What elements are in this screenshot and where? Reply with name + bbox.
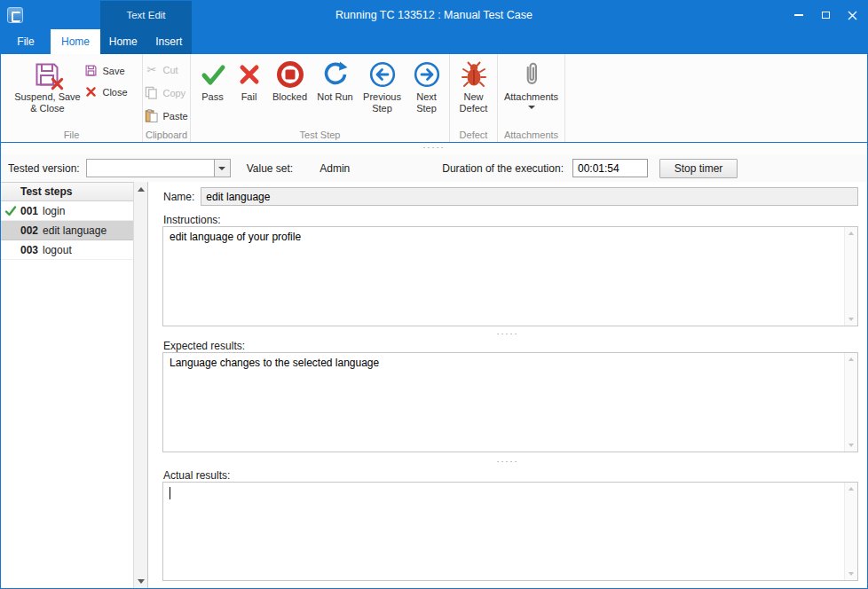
paperclip-icon [517,60,546,89]
test-steps-list: Test steps 001 login 002 edit language 0… [1,182,133,588]
minimize-icon [794,14,803,16]
test-step-row[interactable]: 003 logout [1,240,133,260]
paste-button[interactable]: Paste [142,108,190,123]
name-input[interactable] [201,187,858,206]
stop-timer-button[interactable]: Stop timer [659,159,738,178]
instructions-label: Instructions: [163,214,221,226]
actual-scrollbar[interactable] [844,483,857,580]
actual-results-textarea[interactable] [163,483,844,580]
next-step-button[interactable]: Next Step [409,57,445,128]
save-label: Save [102,66,124,76]
group-label-test-step: Test Step [191,130,449,140]
group-label-clipboard: Clipboard [143,130,190,140]
next-step-icon [413,60,441,89]
duration-input[interactable] [572,159,648,177]
paste-icon [145,109,158,122]
copy-label: Copy [162,88,185,98]
scroll-down-button[interactable] [134,574,147,588]
tested-version-input[interactable] [87,160,214,177]
ribbon-tab-row: File Home Home Insert [1,29,867,54]
blocked-stop-icon [276,60,304,89]
minimize-button[interactable] [785,1,812,29]
previous-step-icon [368,60,397,89]
save-suspend-icon [33,60,61,89]
scroll-up-button[interactable] [134,182,147,196]
ribbon-group-clipboard: ✂ Cut Copy [143,54,191,142]
not-run-button[interactable]: Not Run [315,57,356,128]
step-label: edit language [43,224,107,237]
expected-results-textarea[interactable]: Language changes to the selected languag… [163,353,844,452]
cut-button: ✂ Cut [142,62,190,77]
expected-scrollbar[interactable] [844,353,857,452]
previous-step-label: Previous Step [360,91,405,114]
red-x-badge-icon [51,77,64,90]
blocked-label: Blocked [272,91,307,103]
close-ribbon-button[interactable]: Close [82,84,130,99]
test-steps-header: Test steps [1,182,133,201]
fail-button[interactable]: Fail [233,57,265,128]
tested-version-dropdown-button[interactable] [214,160,230,177]
previous-step-button[interactable]: Previous Step [359,57,406,128]
scroll-down-icon[interactable] [845,313,857,326]
tab-ctx-insert[interactable]: Insert [146,29,193,54]
next-step-label: Next Step [410,91,444,114]
test-step-row[interactable]: 001 login [1,201,133,221]
maximize-button[interactable] [812,1,839,29]
window-controls [785,1,865,29]
scroll-down-icon[interactable] [845,439,857,452]
ribbon-group-file: Suspend, Save & Close Save [1,54,143,142]
close-button[interactable] [839,1,865,29]
passed-check-icon [4,205,17,217]
scroll-up-icon[interactable] [845,353,857,365]
sidebar-scrollbar[interactable] [133,182,147,588]
tab-ctx-home[interactable]: Home [100,29,146,54]
step-editor: Name: Instructions: edit language of you… [148,182,867,588]
ribbon: Suspend, Save & Close Save [1,54,867,143]
attachments-label: Attachments [504,91,558,103]
tab-file[interactable]: File [1,29,51,54]
actual-results-label: Actual results: [163,469,230,482]
actual-results-box [162,482,858,581]
fail-x-icon [235,60,264,89]
scroll-up-icon[interactable] [845,483,857,495]
instructions-textarea[interactable]: edit language of your profile [163,227,844,326]
duration-label: Duration of the execution: [442,162,564,175]
attachments-button[interactable]: Attachments [501,57,562,128]
suspend-save-close-button[interactable]: Suspend, Save & Close [12,57,82,128]
app-window: Running TC 133512 : Manual Test Case Tex… [0,0,868,589]
name-label: Name: [163,191,194,203]
splitter-handle[interactable]: ····· [148,329,867,338]
scroll-down-icon[interactable] [845,568,857,580]
pass-button[interactable]: Pass [196,57,230,128]
copy-button: Copy [142,85,190,100]
test-step-row-selected[interactable]: 002 edit language [1,221,133,240]
instructions-scrollbar[interactable] [844,227,857,326]
ribbon-group-attachments: Attachments Attachments [498,54,565,142]
ribbon-group-defect: New Defect Defect [450,54,498,142]
expected-results-label: Expected results: [163,340,245,352]
cut-label: Cut [162,65,178,75]
pass-label: Pass [201,91,223,103]
attachments-dropdown-icon[interactable] [528,106,535,109]
ribbon-resize-handle[interactable]: ····· [1,143,867,154]
contextual-tab-group-header: Text Edit [100,1,192,29]
new-defect-button[interactable]: New Defect [454,57,494,128]
ribbon-empty-space [565,54,867,142]
scroll-up-icon[interactable] [845,227,857,240]
execution-toolbar: Tested version: Value set: Admin Duratio… [1,154,867,182]
save-button[interactable]: Save [82,63,130,78]
new-defect-label: New Defect [454,91,493,114]
splitter-handle[interactable]: ····· [148,457,867,466]
copy-icon [145,86,158,99]
value-set-value: Admin [320,162,350,175]
scroll-up-icon [138,187,145,192]
tested-version-combobox[interactable] [86,159,231,177]
ribbon-group-test-step: Pass Fail Blocked [191,54,450,142]
save-icon [84,64,98,77]
step-number: 002 [20,224,38,237]
step-label: login [43,205,65,217]
tab-home[interactable]: Home [51,29,100,54]
group-label-attachments: Attachments [498,130,564,140]
not-run-label: Not Run [317,91,352,103]
blocked-button[interactable]: Blocked [269,57,312,128]
